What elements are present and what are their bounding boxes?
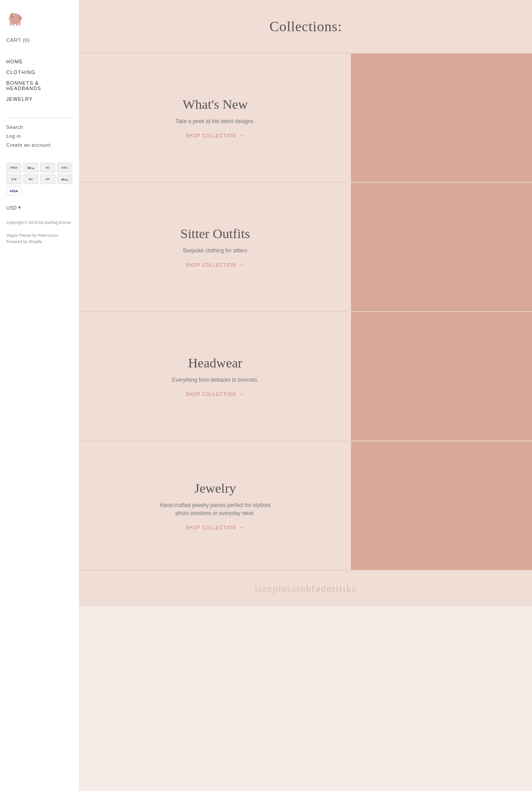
nav-home[interactable]: HOME xyxy=(6,56,73,67)
copyright-text: Copyright © 2018 My Darling Emma . xyxy=(6,219,73,232)
svg-rect-4 xyxy=(10,22,12,25)
collection-row-headwear: Headwear Everything from tiebacks to bon… xyxy=(79,312,532,441)
theme-credit: Vogue Theme by Pixel Union. xyxy=(6,232,73,239)
collection-image-headwear xyxy=(351,312,532,441)
collection-desc-jewelry: Hand-crafted jewelry pieces perfect for … xyxy=(153,501,278,517)
diners-icon: DC xyxy=(40,163,55,173)
collection-content-whats-new: What's New Take a peek at the latest des… xyxy=(79,54,351,182)
sidebar: CART (0) HOME CLOTHING BONNETS & HEADBAN… xyxy=(0,0,79,791)
shop-collection-whats-new[interactable]: SHOP COLLECTION xyxy=(186,132,244,139)
collection-desc-whats-new: Take a peek at the latest designs. xyxy=(175,117,255,125)
applepay2-icon: ⌘Pay xyxy=(57,174,72,184)
powered-by: Powered by Shopify xyxy=(6,239,73,245)
collection-row-whats-new: What's New Take a peek at the latest des… xyxy=(79,54,532,183)
secondary-nav: Search Log in Create an account xyxy=(6,123,73,149)
nav-clothing[interactable]: CLOTHING xyxy=(6,67,73,78)
footer-marquee-text: tianplesatohfadntitiks xyxy=(255,583,356,594)
collection-desc-sitter: Bespoke clothing for sitters xyxy=(183,247,247,255)
collection-name-jewelry: Jewelry xyxy=(194,481,236,496)
collection-content-jewelry: Jewelry Hand-crafted jewelry pieces perf… xyxy=(79,441,351,570)
collection-name-whats-new: What's New xyxy=(182,97,247,112)
collection-image-sitter xyxy=(351,183,532,311)
main-nav: HOME CLOTHING BONNETS & HEADBANDS JEWELR… xyxy=(6,56,73,104)
svg-point-2 xyxy=(13,15,14,16)
amex-icon: AMEX xyxy=(6,163,21,173)
collection-content-headwear: Headwear Everything from tiebacks to bon… xyxy=(79,312,351,441)
jcb-icon: JCB xyxy=(6,174,21,184)
main-content: Collections: What's New Take a peek at t… xyxy=(79,0,532,791)
copyright-block: Copyright © 2018 My Darling Emma . Vogue… xyxy=(6,219,73,245)
chevron-down-icon: ▾ xyxy=(18,205,21,210)
applepay-icon: ⌘Pay xyxy=(23,163,38,173)
login-link[interactable]: Log in xyxy=(6,132,73,140)
collection-image-whats-new xyxy=(351,54,532,182)
svg-point-8 xyxy=(19,16,22,19)
shop-collection-jewelry[interactable]: SHOP COLLECTION xyxy=(186,524,244,531)
nav-divider xyxy=(6,118,73,118)
collection-name-sitter: Sitter Outfits xyxy=(181,226,250,241)
collection-image-jewelry xyxy=(351,441,532,570)
svg-rect-6 xyxy=(16,23,18,26)
logo[interactable] xyxy=(6,9,73,29)
visa-icon: VISA xyxy=(6,186,21,196)
collection-desc-headwear: Everything from tiebacks to bonnets. xyxy=(172,376,258,384)
create-account-link[interactable]: Create an account xyxy=(6,140,73,149)
currency-selector[interactable]: USD ▾ xyxy=(6,205,73,210)
footer-strip: tianplesatohfadntitiks xyxy=(79,571,532,606)
collection-name-headwear: Headwear xyxy=(188,355,243,371)
paypal-icon: PP xyxy=(40,174,55,184)
svg-rect-7 xyxy=(19,22,21,25)
discover-icon: DISC xyxy=(57,163,72,173)
collections-header: Collections: xyxy=(79,0,532,54)
svg-point-3 xyxy=(12,16,13,16)
payment-icons: AMEX ⌘Pay DC DISC JCB MC PP ⌘Pay VISA xyxy=(6,163,73,196)
collection-content-sitter: Sitter Outfits Bespoke clothing for sitt… xyxy=(79,183,351,311)
nav-bonnets[interactable]: BONNETS & HEADBANDS xyxy=(6,78,73,94)
search-link[interactable]: Search xyxy=(6,123,73,132)
collection-row-jewelry: Jewelry Hand-crafted jewelry pieces perf… xyxy=(79,441,532,571)
page-title: Collections: xyxy=(269,18,342,35)
svg-rect-5 xyxy=(12,23,14,26)
collection-row-sitter: Sitter Outfits Bespoke clothing for sitt… xyxy=(79,183,532,312)
shop-collection-sitter[interactable]: SHOP COLLECTION xyxy=(186,262,244,268)
shop-collection-headwear[interactable]: SHOP COLLECTION xyxy=(186,391,244,397)
nav-jewelry[interactable]: JEWELRY xyxy=(6,94,73,104)
mastercard-icon: MC xyxy=(23,174,38,184)
cart-label[interactable]: CART (0) xyxy=(6,37,73,43)
